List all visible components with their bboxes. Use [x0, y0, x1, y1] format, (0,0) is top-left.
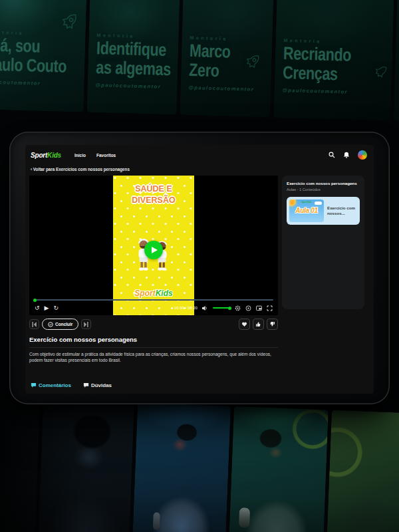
- breadcrumb-back-link[interactable]: ‹ Voltar para Exercícios com nossos pers…: [31, 167, 130, 172]
- video-watermark-logo: SportKids: [113, 289, 194, 298]
- bg-bottom-strip: [0, 397, 399, 532]
- bg-course-card-5: [394, 0, 399, 122]
- app-header: SportKids Início Favoritos: [25, 145, 374, 165]
- controls-row: ↺ ▶ ↻ 00:00 / 08:20: [29, 301, 278, 315]
- settings-button[interactable]: [235, 305, 241, 311]
- progress-knob[interactable]: [33, 299, 37, 302]
- pip-button[interactable]: [256, 305, 262, 311]
- bg-card-title-line1: Recriando: [283, 45, 371, 64]
- watermark-kids-text: Kids: [156, 289, 173, 298]
- bg-course-card-1: Mentoria Olá, sou Paulo Couto @paulocout…: [0, 0, 87, 112]
- bg-card-handle: @paulocoutomentor: [188, 84, 271, 92]
- lesson-item-label: Exercício com nossos...: [327, 205, 357, 216]
- volume-knob[interactable]: [228, 307, 231, 310]
- divider: [29, 347, 278, 348]
- time-display: 00:00 / 08:20: [174, 306, 198, 310]
- lesson-title: Exercício com nossos personagens: [29, 336, 137, 343]
- play-triangle-icon: [152, 247, 158, 253]
- player-controls: ↺ ▶ ↻ 00:00 / 08:20: [29, 298, 278, 315]
- lesson-description: Com objetivo de estimular a prática da a…: [29, 352, 277, 363]
- search-icon[interactable]: [329, 152, 335, 158]
- thumbs-down-icon: [269, 321, 275, 327]
- lesson-action-row: Concluir: [29, 319, 278, 330]
- playback-speed-button[interactable]: [245, 305, 251, 311]
- bg-card-handle: @paulocoutomentor: [282, 87, 391, 96]
- course-sidebar: Exercício com nossos personagens Aulas -…: [282, 176, 364, 309]
- tablet-screen: SportKids Início Favoritos ‹ Voltar para…: [25, 145, 374, 394]
- video-title-line1: SAÚDE E: [113, 184, 194, 195]
- previous-lesson-button[interactable]: [29, 319, 39, 329]
- complete-button-label: Concluir: [55, 322, 72, 327]
- bell-icon[interactable]: [343, 152, 350, 158]
- sidebar-course-title: Exercício com nossos personagens: [287, 181, 360, 186]
- bg-course-card-2: Mentoria Identifique as algemas @pauloco…: [86, 0, 180, 115]
- rewind-button[interactable]: ↺: [35, 305, 40, 311]
- bg-photo-tile-1: [0, 397, 40, 532]
- favorite-button[interactable]: [239, 319, 250, 330]
- fullscreen-icon: [267, 305, 273, 311]
- thumbnail-title: Aula 01: [289, 207, 324, 214]
- bg-card-title-line2: Paulo Couto: [0, 56, 65, 74]
- bg-top-strip: Mentoria Olá, sou Paulo Couto @paulocout…: [0, 0, 399, 123]
- bg-course-card-4: Mentoria Recriando Crenças @paulocoutome…: [273, 0, 394, 121]
- lesson-thumbnail: Sport Kids Aula 01: [289, 200, 324, 222]
- progress-bar[interactable]: [34, 299, 273, 301]
- heart-icon: [241, 321, 247, 327]
- bg-card-title-line1: Identifique: [96, 40, 162, 59]
- play-icon: ▶: [45, 305, 49, 311]
- bg-card-title-line2: Crenças: [283, 65, 370, 83]
- tab-comentarios[interactable]: Comentários: [31, 382, 71, 388]
- rewind-icon: ↺: [35, 305, 40, 311]
- play-overlay-button[interactable]: [144, 241, 163, 259]
- complete-button[interactable]: Concluir: [42, 319, 78, 330]
- page-background: Mentoria Olá, sou Paulo Couto @paulocout…: [0, 0, 399, 532]
- rocket-icon: [368, 60, 393, 84]
- bg-photo-tile-3: [132, 402, 231, 532]
- volume-slider[interactable]: [213, 307, 230, 309]
- comment-icon: [31, 382, 37, 388]
- bg-card-title-line2: as algemas: [96, 59, 162, 78]
- nav-item-favoritos[interactable]: Favoritos: [96, 153, 116, 158]
- like-button[interactable]: [253, 319, 264, 330]
- question-icon: [83, 382, 89, 388]
- forward-icon: ↻: [53, 305, 59, 311]
- next-lesson-button[interactable]: [81, 319, 91, 329]
- tab-duvidas[interactable]: Dúvidas: [83, 382, 112, 388]
- bg-card-handle: @paulocoutomentor: [95, 82, 177, 90]
- bg-course-card-3: Mentoria Marco Zero @paulocoutomentor: [180, 0, 273, 118]
- dislike-button[interactable]: [267, 319, 278, 330]
- main-nav: Início Favoritos: [74, 153, 116, 158]
- bg-photo-tile-2: [38, 399, 134, 532]
- bg-card-title-line1: Olá, sou: [0, 37, 65, 56]
- pip-icon: [256, 305, 262, 311]
- logo-kids-text: Kids: [47, 152, 61, 159]
- sportkids-logo[interactable]: SportKids: [31, 152, 61, 159]
- tab-duvidas-label: Dúvidas: [91, 382, 112, 388]
- header-actions: [329, 150, 367, 160]
- speed-icon: [245, 305, 251, 311]
- watermark-sport-text: Sport: [134, 289, 155, 298]
- microphone-shape: [239, 507, 250, 528]
- tablet-frame: SportKids Início Favoritos ‹ Voltar para…: [9, 132, 390, 404]
- video-title: SAÚDE E DIVERSÃO: [113, 184, 194, 206]
- fullscreen-button[interactable]: [267, 305, 273, 311]
- next-icon: [84, 322, 88, 327]
- sidebar-course-meta: Aulas - 1 Conteúdos: [287, 188, 360, 192]
- bg-card-handle: @paulocoutomentor: [0, 78, 84, 88]
- video-player[interactable]: SAÚDE E DIVERSÃO: [29, 176, 278, 315]
- thumbs-up-icon: [255, 321, 261, 327]
- forward-button[interactable]: ↻: [53, 305, 59, 311]
- user-avatar[interactable]: [358, 150, 367, 160]
- thumbnail-brand: Sport Kids: [289, 201, 324, 203]
- gear-icon: [235, 305, 241, 311]
- volume-button[interactable]: [202, 305, 208, 311]
- lesson-list-item[interactable]: Sport Kids Aula 01 Exercício com nossos.…: [287, 197, 360, 225]
- bg-photo-tile-5: [327, 410, 399, 532]
- nav-item-inicio[interactable]: Início: [74, 153, 86, 158]
- volume-icon: [202, 305, 208, 311]
- video-content: SAÚDE E DIVERSÃO: [113, 176, 194, 315]
- play-button[interactable]: ▶: [45, 305, 49, 311]
- tab-comentarios-label: Comentários: [39, 382, 71, 388]
- bg-photo-tile-4: [229, 406, 329, 532]
- video-title-line2: DIVERSÃO: [113, 195, 194, 206]
